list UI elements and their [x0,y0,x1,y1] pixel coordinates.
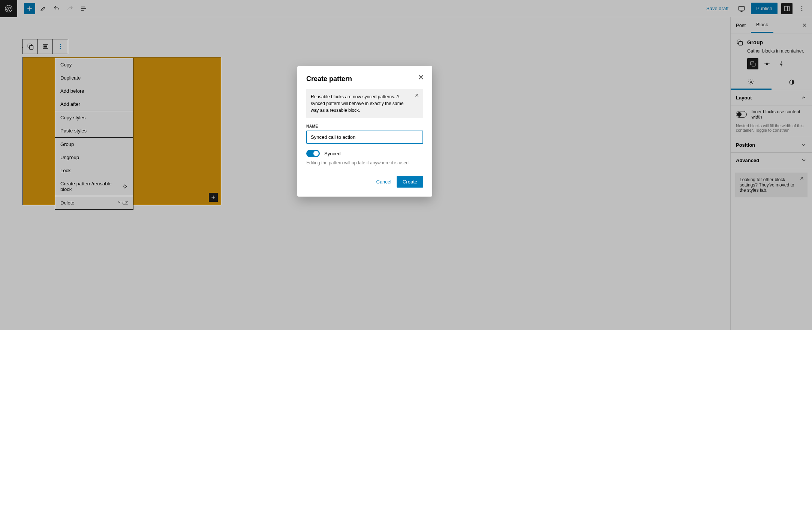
redo-button[interactable] [64,3,76,14]
chevron-down-icon [801,157,807,163]
group-variation-group[interactable] [747,58,758,69]
save-draft-button[interactable]: Save draft [703,3,732,14]
block-type-button[interactable] [23,39,38,54]
editor-top-toolbar: Save draft Publish [0,0,812,17]
close-sidebar-button[interactable] [797,18,812,32]
chevron-down-icon [801,142,807,148]
content-width-label: Inner blocks use content width [751,109,807,120]
menu-item-add-after[interactable]: Add after [55,98,133,111]
menu-item-lock[interactable]: Lock [55,164,133,177]
block-description: Gather blocks in a container. [736,48,807,54]
menu-item-copy[interactable]: Copy [55,58,133,71]
chevron-up-icon [801,95,807,101]
svg-point-9 [60,44,61,45]
settings-sidebar-toggle[interactable] [781,3,793,14]
pattern-name-input[interactable] [306,131,423,144]
block-appender-button[interactable] [209,193,218,202]
block-align-button[interactable] [38,39,53,54]
svg-rect-16 [752,63,755,66]
diamond-icon [122,183,128,189]
svg-rect-1 [739,6,745,10]
svg-point-17 [750,81,752,83]
svg-rect-12 [123,185,126,188]
cancel-button[interactable]: Cancel [376,179,391,185]
wordpress-logo[interactable] [0,0,17,17]
tools-button[interactable] [37,3,49,14]
gear-icon [748,78,754,85]
block-styles-tab[interactable] [772,75,812,90]
menu-item-delete[interactable]: Delete ^⌥Z [55,196,133,209]
synced-hint: Editing the pattern will update it anywh… [306,160,423,165]
svg-point-5 [802,10,802,11]
name-label: NAME [306,124,423,128]
settings-sidebar: Post Block Group Gather blocks in a cont… [730,17,812,330]
tab-block[interactable]: Block [751,17,773,33]
keyboard-shortcut: ^⌥Z [118,200,128,206]
group-icon [736,39,743,46]
block-more-options-button[interactable] [53,39,68,54]
svg-rect-8 [43,46,47,48]
menu-item-duplicate[interactable]: Duplicate [55,71,133,84]
group-variation-row[interactable] [761,58,773,69]
dismiss-info-button[interactable] [414,93,419,98]
add-block-button[interactable] [24,3,35,14]
preview-button[interactable] [736,3,747,14]
modal-info-notice: Reusable blocks are now synced patterns.… [306,89,423,118]
menu-item-create-pattern[interactable]: Create pattern/reusable block [55,177,133,196]
menu-item-copy-styles[interactable]: Copy styles [55,111,133,124]
svg-rect-14 [739,42,743,45]
svg-point-11 [60,48,61,49]
block-options-menu: Copy Duplicate Add before Add after Copy… [55,58,133,210]
synced-toggle[interactable] [306,150,320,157]
publish-button[interactable]: Publish [751,3,778,14]
svg-rect-2 [784,6,790,11]
undo-button[interactable] [51,3,62,14]
create-pattern-modal: Create pattern Reusable blocks are now s… [297,66,432,197]
group-variation-stack[interactable] [776,58,787,69]
layout-note: Nested blocks will fill the width of thi… [731,123,812,137]
modal-title: Create pattern [306,75,423,83]
options-menu-button[interactable] [796,3,808,14]
svg-rect-7 [29,46,33,50]
create-button[interactable]: Create [397,176,423,188]
tab-post[interactable]: Post [731,18,751,33]
menu-item-add-before[interactable]: Add before [55,84,133,98]
menu-item-group[interactable]: Group [55,137,133,151]
svg-point-3 [802,6,802,7]
synced-label: Synced [324,151,340,156]
content-width-toggle[interactable] [736,111,747,118]
document-overview-button[interactable] [78,3,89,14]
advanced-panel-toggle[interactable]: Advanced [731,153,812,168]
menu-item-paste-styles[interactable]: Paste styles [55,124,133,137]
svg-point-10 [60,46,61,47]
menu-item-ungroup[interactable]: Ungroup [55,151,133,164]
styles-icon [788,79,795,86]
svg-point-4 [802,8,802,9]
block-toolbar [22,39,68,54]
dismiss-notice-button[interactable] [799,176,805,181]
position-panel-toggle[interactable]: Position [731,137,812,153]
layout-panel-toggle[interactable]: Layout [731,90,812,105]
modal-close-button[interactable] [417,74,425,81]
block-name: Group [747,39,763,45]
styles-moved-notice: Looking for other block settings? They'v… [735,173,808,197]
block-settings-tab[interactable] [731,75,772,90]
